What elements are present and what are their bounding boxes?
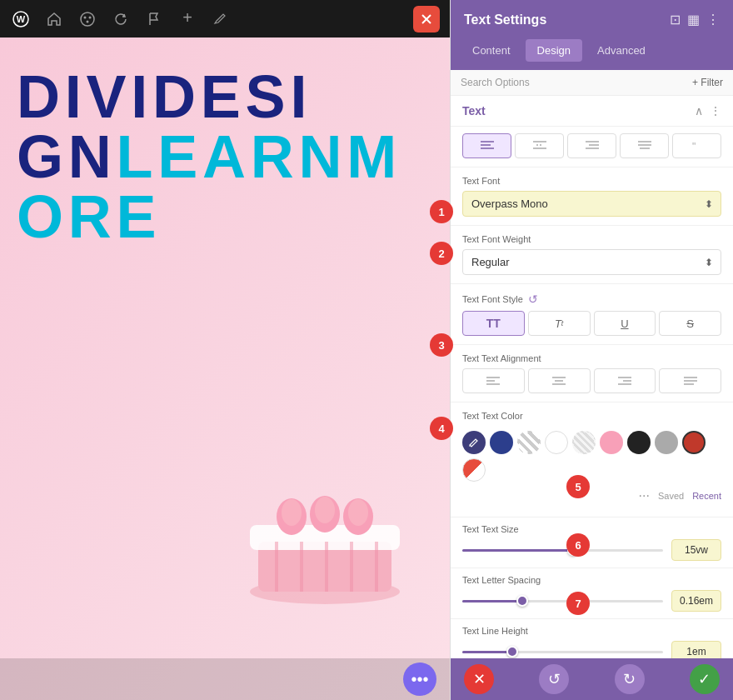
size-slider-track[interactable]	[462, 549, 663, 552]
home-icon[interactable]	[43, 8, 65, 30]
text-align-field-group: Text Text Alignment	[451, 345, 733, 402]
color-more-dots[interactable]: ···	[639, 488, 650, 503]
svg-text:W: W	[17, 14, 26, 24]
style-field-group: Text Font Style ↺ TT Tt U S	[451, 284, 733, 345]
step-badge-6: 6	[566, 533, 590, 557]
tab-design[interactable]: Design	[526, 39, 582, 62]
color-label: Text Text Color	[462, 411, 721, 421]
align-left-btn[interactable]	[462, 133, 511, 158]
panel-header-icons: ⊡ ▦ ⋮	[670, 12, 720, 28]
svg-point-4	[89, 16, 92, 18]
bottom-toolbar: •••	[0, 658, 450, 700]
panel-title: Text Settings	[464, 12, 546, 28]
color-transparent[interactable]	[517, 431, 541, 454]
search-options-label: Search Options	[461, 77, 692, 88]
panel-icon-1[interactable]: ⊡	[670, 12, 681, 28]
tab-advanced[interactable]: Advanced	[586, 39, 657, 62]
cake-decoration	[233, 433, 416, 617]
size-slider-group: Text Text Size 15vw	[451, 518, 733, 568]
letter-value[interactable]: 0.16em	[671, 590, 721, 612]
canvas-background: DIVIDESI GNLEARNM ORE	[0, 0, 450, 700]
text-line3: ORE	[17, 183, 161, 250]
color-pen-btn[interactable]	[462, 431, 486, 454]
svg-point-2	[81, 12, 94, 26]
letter-slider-group: Text Letter Spacing 0.16em	[451, 568, 733, 619]
wordpress-icon[interactable]: W	[10, 8, 32, 30]
tab-content[interactable]: Content	[461, 39, 522, 62]
redo-button[interactable]: ↻	[615, 664, 645, 694]
svg-rect-16	[275, 542, 278, 592]
panel-icon-2[interactable]: ▦	[687, 12, 700, 28]
svg-point-15	[348, 499, 368, 526]
style-strikethrough-btn[interactable]: S	[659, 311, 721, 336]
font-select[interactable]: Overpass Mono	[462, 191, 721, 217]
chevron-up-icon[interactable]: ∧	[695, 104, 703, 118]
color-white[interactable]	[545, 431, 568, 454]
letter-slider-thumb[interactable]	[516, 595, 528, 607]
filter-button[interactable]: + Filter	[692, 77, 723, 88]
saved-label: Saved	[658, 491, 684, 501]
panel-icon-3[interactable]: ⋮	[706, 12, 720, 28]
align-right-btn[interactable]	[567, 133, 616, 158]
close-x-icon[interactable]	[413, 6, 440, 32]
settings-panel: Text Settings ⊡ ▦ ⋮ Content Design Advan…	[450, 0, 733, 700]
top-toolbar: W +	[0, 0, 450, 38]
lineheight-slider-fill	[462, 651, 512, 653]
weight-select[interactable]: Regular	[462, 249, 721, 275]
panel-body: Text ∧ ⋮ " Text Fo	[451, 96, 733, 658]
svg-text:+: +	[182, 11, 192, 27]
align-quote-btn[interactable]: "	[672, 133, 721, 158]
style-buttons-row: TT Tt U S	[462, 311, 721, 336]
panel-tabs: Content Design Advanced	[451, 39, 733, 70]
refresh-icon[interactable]	[110, 8, 132, 30]
align-none-btn[interactable]	[515, 133, 564, 158]
cancel-button[interactable]: ✕	[464, 664, 494, 694]
plus-icon[interactable]: +	[177, 8, 198, 30]
palette-icon[interactable]	[77, 8, 98, 30]
step-badge-7: 7	[566, 592, 590, 615]
undo-button[interactable]: ↺	[539, 664, 569, 694]
color-dark-red[interactable]	[682, 431, 706, 454]
color-swatches-row	[462, 426, 721, 487]
section-header: Text ∧ ⋮	[451, 96, 733, 127]
style-italic-btn[interactable]: Tt	[528, 311, 591, 336]
lineheight-slider-track[interactable]	[462, 651, 663, 653]
size-value[interactable]: 15vw	[671, 539, 721, 561]
svg-point-11	[282, 499, 302, 526]
text-align-left-btn[interactable]	[462, 368, 525, 393]
section-icons: ∧ ⋮	[695, 104, 721, 118]
step-badge-4: 4	[430, 417, 453, 440]
svg-rect-19	[350, 542, 353, 592]
size-slider-fill	[462, 549, 573, 552]
color-pink[interactable]	[600, 431, 623, 454]
text-align-justify-btn[interactable]	[659, 368, 721, 393]
save-button[interactable]: ✓	[690, 664, 720, 694]
svg-point-3	[84, 16, 87, 18]
flag-icon[interactable]	[143, 8, 165, 30]
color-striped[interactable]	[462, 458, 486, 482]
color-gray[interactable]	[655, 431, 678, 454]
recent-label[interactable]: Recent	[692, 491, 721, 501]
letter-slider-fill	[462, 600, 522, 602]
weight-label: Text Font Weight	[462, 234, 721, 244]
text-line1: DIVIDESI	[17, 63, 312, 130]
align-justify-btn[interactable]	[620, 133, 669, 158]
edit-icon[interactable]	[210, 8, 232, 30]
text-align-buttons-row	[462, 368, 721, 393]
lineheight-slider-thumb[interactable]	[506, 646, 518, 658]
search-bar: Search Options + Filter	[451, 70, 733, 96]
section-menu-icon[interactable]: ⋮	[710, 104, 721, 118]
style-bold-btn[interactable]: TT	[462, 311, 525, 336]
text-align-right-btn[interactable]	[594, 368, 656, 393]
color-dark-blue[interactable]	[490, 431, 513, 454]
weight-select-wrapper: Regular	[462, 249, 721, 275]
letter-slider-track[interactable]	[462, 600, 663, 602]
letter-slider-row: 0.16em	[462, 590, 721, 612]
more-button[interactable]: •••	[403, 662, 436, 696]
color-black[interactable]	[627, 431, 651, 454]
lineheight-value[interactable]: 1em	[671, 641, 721, 658]
color-light-gray[interactable]	[572, 431, 596, 454]
style-underline-btn[interactable]: U	[594, 311, 656, 336]
text-align-center-btn[interactable]	[528, 368, 591, 393]
style-reset-icon[interactable]: ↺	[528, 292, 538, 306]
